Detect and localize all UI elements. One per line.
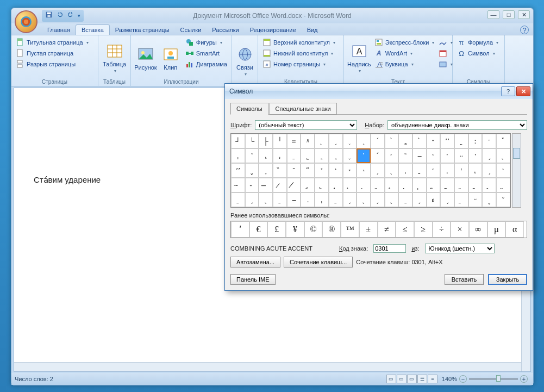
dialog-help-button[interactable]: ? bbox=[501, 86, 515, 96]
office-button[interactable] bbox=[15, 10, 37, 33]
view-outline[interactable]: ☰ bbox=[417, 375, 427, 383]
symbol-cell[interactable]: ˌ bbox=[398, 163, 412, 178]
tab-insert[interactable]: Вставка bbox=[76, 24, 110, 35]
symbol-cell[interactable]: ： bbox=[468, 134, 483, 148]
save-icon[interactable] bbox=[45, 11, 53, 21]
maximize-button[interactable]: □ bbox=[503, 10, 515, 19]
symbol-cell[interactable]: ˎ bbox=[259, 192, 273, 207]
page-break-button[interactable]: Разрыв страницы bbox=[15, 59, 90, 69]
zoom-in-button[interactable]: + bbox=[520, 375, 528, 383]
recent-symbols-grid[interactable]: ʹ€£¥©®™±≠≤≥÷×∞µα bbox=[230, 221, 527, 238]
symbol-cell[interactable]: ˍ bbox=[398, 192, 412, 207]
symbol-cell[interactable]: ̥ bbox=[385, 178, 399, 192]
symbol-cell[interactable]: ˬ bbox=[245, 163, 259, 178]
symbol-cell[interactable]: ˎ bbox=[385, 163, 399, 178]
symbol-cell[interactable]: ̦ bbox=[398, 178, 412, 192]
cover-page-button[interactable]: Титульная страница bbox=[15, 38, 90, 47]
symbol-cell[interactable]: └ bbox=[245, 134, 259, 148]
symbol-cell[interactable]: ˼ bbox=[273, 148, 287, 163]
symbol-cell[interactable]: ˌ bbox=[315, 192, 329, 207]
symbol-cell[interactable]: ˋ bbox=[412, 134, 427, 148]
symbol-grid[interactable]: ┘└├╵＝〃ˎˏ˯˰ˊˋ˳ˋ˶ʼʼ˷：ˑ˟ˌ˺˻˼ˍ˾˿˰˯ʹˊ˒˜‒˓ˑ··ˑ… bbox=[230, 133, 511, 208]
recent-symbol-cell[interactable]: ® bbox=[322, 221, 341, 238]
symbol-cell[interactable]: ̩ bbox=[412, 178, 427, 192]
grid-scrollbar[interactable] bbox=[512, 133, 521, 208]
header-button[interactable]: Верхний колонтитул bbox=[261, 38, 336, 47]
symbol-cell[interactable]: ˓ bbox=[427, 148, 441, 163]
dialog-titlebar[interactable]: Символ ? ✕ bbox=[225, 84, 533, 99]
word-count[interactable]: Число слов: 2 bbox=[15, 376, 53, 382]
recent-symbol-cell[interactable]: ʹ bbox=[231, 221, 249, 238]
recent-symbol-cell[interactable]: ¥ bbox=[286, 221, 304, 238]
recent-symbol-cell[interactable]: ≥ bbox=[414, 221, 433, 238]
symbol-cell[interactable]: 〃 bbox=[301, 134, 315, 148]
symbol-cell[interactable]: ˍ bbox=[231, 192, 245, 207]
symbol-cell[interactable]: ̮ bbox=[496, 178, 510, 192]
symbol-cell[interactable]: ˓ bbox=[427, 163, 441, 178]
recent-symbol-cell[interactable]: £ bbox=[267, 221, 286, 238]
ime-panel-button[interactable]: Панель IME bbox=[230, 274, 276, 285]
symbol-cell[interactable]: ˏ bbox=[482, 148, 496, 163]
recent-symbol-cell[interactable]: µ bbox=[487, 221, 506, 238]
symbol-cell[interactable]: ˯ bbox=[259, 163, 273, 178]
symbol-cell[interactable]: ˎ bbox=[496, 148, 510, 163]
close-button[interactable]: ✕ bbox=[518, 10, 530, 19]
symbol-cell[interactable]: ˎ bbox=[315, 134, 329, 148]
symbol-cell[interactable]: ˏ bbox=[245, 192, 259, 207]
object-button[interactable] bbox=[437, 59, 454, 69]
symbol-cell[interactable]: ˟ bbox=[496, 134, 510, 148]
tab-special-chars[interactable]: Специальные знаки bbox=[270, 103, 337, 115]
symbol-cell[interactable]: ‒ bbox=[287, 192, 301, 207]
symbol-cell[interactable]: ̤ bbox=[371, 178, 385, 192]
symbol-cell[interactable]: ˍ bbox=[273, 192, 287, 207]
recent-symbol-cell[interactable]: ∞ bbox=[469, 221, 487, 238]
recent-symbol-cell[interactable]: α bbox=[505, 221, 524, 238]
recent-symbol-cell[interactable]: ≤ bbox=[396, 221, 414, 238]
help-icon[interactable]: ? bbox=[520, 26, 529, 34]
dialog-close-button[interactable]: ✕ bbox=[516, 86, 530, 96]
symbol-cell[interactable]: ˑ bbox=[440, 148, 454, 163]
symbol-cell[interactable]: ̬ bbox=[454, 178, 468, 192]
symbol-cell[interactable]: ˶ bbox=[427, 134, 441, 148]
symbol-cell[interactable]: ˍ bbox=[329, 192, 343, 207]
symbol-cell[interactable]: ˇ bbox=[496, 192, 510, 207]
symbol-cell[interactable]: ̰ bbox=[468, 178, 483, 192]
symbol-cell[interactable]: ̢ bbox=[315, 178, 329, 192]
symbol-cell[interactable]: ˷ bbox=[454, 134, 468, 148]
symbol-cell[interactable]: ء bbox=[427, 192, 441, 207]
symbol-cell[interactable]: ˎ bbox=[357, 192, 371, 207]
symbol-cell[interactable]: ˕ bbox=[343, 163, 357, 178]
recent-symbol-cell[interactable]: ≠ bbox=[378, 221, 396, 238]
redo-icon[interactable] bbox=[67, 11, 74, 21]
horizontal-scrollbar[interactable] bbox=[14, 362, 521, 371]
symbol-cell[interactable]: ˏ bbox=[412, 192, 427, 207]
symbol-cell[interactable]: ˚ bbox=[315, 163, 329, 178]
blank-page-button[interactable]: Пустая страница bbox=[15, 48, 90, 58]
close-dialog-button[interactable]: Закрыть bbox=[488, 274, 527, 285]
table-button[interactable]: Таблица bbox=[102, 38, 127, 78]
symbol-cell[interactable]: ˍ bbox=[287, 148, 301, 163]
symbol-cell[interactable]: ˑ bbox=[468, 148, 483, 163]
symbol-cell[interactable]: ̷ bbox=[273, 178, 287, 192]
symbol-cell[interactable]: ． bbox=[301, 192, 315, 207]
symbol-cell[interactable]: ̭ bbox=[482, 178, 496, 192]
symbol-cell[interactable]: ʼʼ bbox=[231, 163, 245, 178]
symbol-cell[interactable]: ˻ bbox=[259, 148, 273, 163]
symbol-cell[interactable]: ˾ bbox=[301, 148, 315, 163]
view-web[interactable]: ▭ bbox=[407, 375, 417, 383]
undo-icon[interactable] bbox=[56, 11, 64, 21]
symbol-cell[interactable]: ˬ bbox=[482, 192, 496, 207]
recent-symbol-cell[interactable]: ÷ bbox=[433, 221, 451, 238]
symbol-cell[interactable]: ˏ bbox=[343, 192, 357, 207]
chart-button[interactable]: Диаграмма bbox=[184, 59, 228, 69]
tab-page-layout[interactable]: Разметка страницы bbox=[110, 25, 175, 35]
symbol-cell[interactable]: ╵ bbox=[273, 134, 287, 148]
symbol-cell[interactable]: ̫ bbox=[440, 178, 454, 192]
symbol-cell[interactable]: ·· bbox=[454, 148, 468, 163]
symbol-cell[interactable]: ̶ bbox=[259, 178, 273, 192]
symbol-cell[interactable]: ˺ bbox=[245, 148, 259, 163]
font-select[interactable]: (обычный текст) bbox=[255, 120, 357, 130]
symbol-cell[interactable]: ᵕ bbox=[468, 192, 483, 207]
symbol-cell[interactable]: ̴ bbox=[231, 178, 245, 192]
symbol-cell[interactable]: ˏ bbox=[329, 134, 343, 148]
